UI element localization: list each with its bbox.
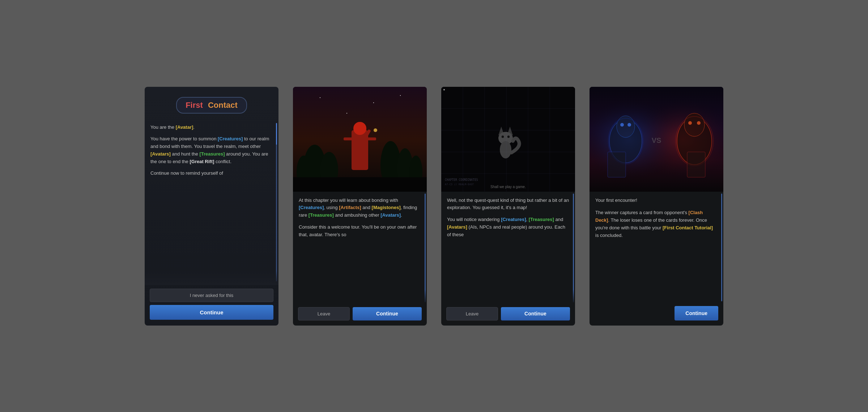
battle-scene: VS <box>590 87 723 192</box>
panel-4-text-area: Your first encounter! The winner capture… <box>590 192 723 303</box>
map-svg: CHAPTER COORDINATES A7-C3 // REALM-EAST … <box>441 87 575 192</box>
star-2 <box>373 102 374 103</box>
leave-button-3[interactable]: Leave <box>446 307 498 320</box>
highlight-artifacts: [Artifacts] <box>339 205 361 210</box>
svg-point-28 <box>507 135 510 137</box>
text-block-2: You have the power to summon [Creatures]… <box>150 135 273 165</box>
svg-point-45 <box>697 121 701 125</box>
star-4 <box>346 113 347 114</box>
text-block-1: You are the [Avatar]. <box>150 124 273 131</box>
panel-4-scroll[interactable] <box>721 194 722 301</box>
highlight-creatures-3: [Creatures] <box>501 217 526 222</box>
panel-first-encounter: VS Your first encounter! The winner capt… <box>590 87 723 326</box>
svg-point-44 <box>688 121 692 125</box>
svg-rect-7 <box>293 177 427 192</box>
svg-rect-10 <box>344 137 353 140</box>
forest-svg <box>293 87 427 192</box>
svg-text:A7-C3 // REALM-EAST: A7-C3 // REALM-EAST <box>445 183 474 186</box>
highlight-avatars-3: [Avatars] <box>447 224 467 230</box>
svg-point-9 <box>353 122 366 135</box>
map-scene: CHAPTER COORDINATES A7-C3 // REALM-EAST … <box>441 87 575 192</box>
svg-text:Shall we play a game.: Shall we play a game. <box>490 185 526 189</box>
svg-text:CHAPTER COORDINATES: CHAPTER COORDINATES <box>445 178 478 182</box>
svg-point-27 <box>502 135 504 137</box>
panel-first-contact: First Contact You are the [Avatar]. You … <box>145 87 278 326</box>
continue-button-4[interactable]: Continue <box>675 306 718 320</box>
svg-rect-11 <box>367 137 376 140</box>
panel-2-text-1: At this chapter you will learn about bon… <box>299 197 421 219</box>
panel-4-text-1: Your first encounter! <box>595 197 718 204</box>
title-part1: First <box>186 101 203 110</box>
forest-scene <box>293 87 427 192</box>
continue-button-1[interactable]: Continue <box>150 305 273 320</box>
highlight-magistones: [Magistones] <box>372 205 401 210</box>
panel-4-text-2: The winner captures a card from opponent… <box>595 209 718 239</box>
panel-2-text-area: At this chapter you will learn about bon… <box>293 192 427 304</box>
panel-4-buttons: Continue <box>590 303 723 326</box>
text-block-3: Continue now to remind yourself of <box>150 170 273 177</box>
title-part2: Contact <box>208 101 238 110</box>
scroll-bar[interactable] <box>276 123 277 281</box>
panel-3-text-1: Well, not the quest-quest kind of thing … <box>447 197 569 212</box>
fade-overlay-3 <box>441 290 575 304</box>
svg-point-29 <box>500 141 511 158</box>
never-asked-button[interactable]: I never asked for this <box>150 289 273 302</box>
panel-map: CHAPTER COORDINATES A7-C3 // REALM-EAST … <box>441 87 575 326</box>
panel-2-text-2: Consider this a welcome tour. You'll be … <box>299 224 421 239</box>
svg-point-39 <box>620 123 624 127</box>
highlight-avatars-2: [Avatars] <box>380 212 401 218</box>
panel-2-image <box>293 87 427 192</box>
svg-rect-48 <box>608 152 626 177</box>
panel-1-buttons: I never asked for this Continue <box>145 285 278 326</box>
highlight-avatars-1: [Avatars] <box>150 151 171 157</box>
highlight-treasures-3: [Treasures] <box>529 217 554 222</box>
svg-text:VS: VS <box>652 136 661 144</box>
highlight-creatures-2: [Creatures] <box>299 205 324 210</box>
svg-point-40 <box>627 123 631 127</box>
star-3 <box>400 95 401 96</box>
title-badge: First Contact <box>176 97 247 114</box>
svg-rect-49 <box>687 152 705 177</box>
panel-3-text-2: You will notice wandering [Creatures], [… <box>447 216 569 238</box>
panel-3-image: CHAPTER COORDINATES A7-C3 // REALM-EAST … <box>441 87 575 192</box>
scroll-thumb <box>276 123 277 145</box>
highlight-clash-deck: [Clash Deck] <box>595 210 703 223</box>
panel-2-scroll[interactable] <box>425 194 426 302</box>
panel-3-buttons: Leave Continue <box>441 304 575 326</box>
highlight-avatar: [Avatar] <box>176 124 193 130</box>
svg-point-38 <box>617 116 635 137</box>
fade-overlay-2 <box>293 290 427 304</box>
panel-2-buttons: Leave Continue <box>293 304 427 326</box>
battle-svg: VS <box>590 87 723 192</box>
title-space <box>204 101 207 110</box>
panel-3-text-area: Well, not the quest-quest kind of thing … <box>441 192 575 304</box>
continue-button-3[interactable]: Continue <box>501 307 570 320</box>
highlight-treasures-2: [Treasures] <box>309 212 334 218</box>
svg-point-32 <box>443 89 445 90</box>
svg-point-13 <box>374 128 377 132</box>
highlight-creatures-1: [Creatures] <box>218 136 243 141</box>
panel-3-scroll[interactable] <box>573 194 574 302</box>
highlight-first-contact-tutorial: [First Contact Tutorial] <box>663 225 713 230</box>
panel-creatures-tutorial: At this chapter you will learn about bon… <box>293 87 427 326</box>
leave-button-2[interactable]: Leave <box>298 307 350 320</box>
panel-4-image: VS <box>590 87 723 192</box>
highlight-great-rift: [Great Rift] <box>190 159 214 164</box>
panel-title-area: First Contact <box>145 87 278 119</box>
panel-1-content: You are the [Avatar]. You have the power… <box>145 119 278 285</box>
fade-overlay <box>145 271 278 285</box>
star-1 <box>320 97 320 98</box>
continue-button-2[interactable]: Continue <box>353 307 422 320</box>
highlight-treasures-1: [Treasures] <box>199 151 225 157</box>
